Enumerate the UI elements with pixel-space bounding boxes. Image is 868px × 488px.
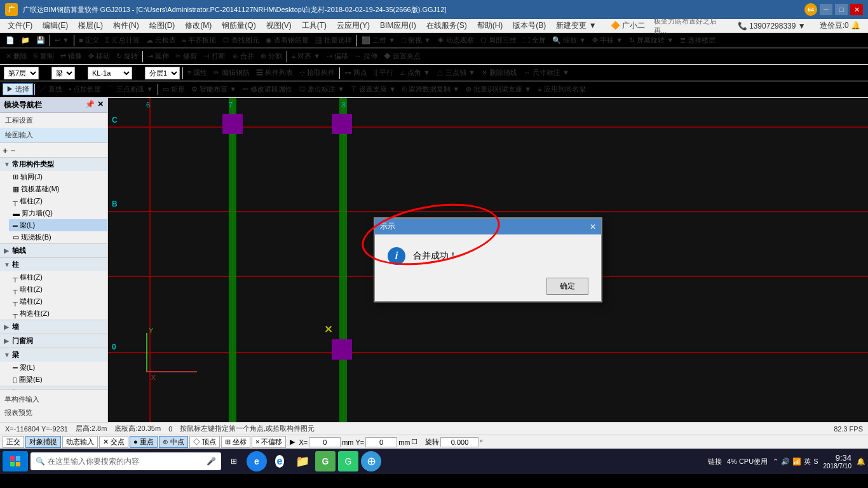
tb-undo[interactable]: ↩ ▼ [51, 36, 72, 45]
menu-edit[interactable]: 编辑(E) [37, 19, 73, 32]
name-select[interactable]: KL-1a [88, 67, 132, 79]
tb-offset[interactable]: ⇢ 偏移 [323, 51, 351, 62]
tree-item-ring-beam[interactable]: ⌷圈梁(E) [9, 374, 107, 386]
tb-open[interactable]: 📁 [18, 36, 33, 45]
y-input[interactable] [365, 437, 397, 447]
bt-snap[interactable]: 对象捕捉 [25, 436, 61, 448]
tb-apply-same[interactable]: ≡ 应用到同名梁 [534, 84, 588, 95]
tb-parallel[interactable]: ∥ 平行 [370, 67, 397, 78]
tb-define[interactable]: ■ 定义 [76, 35, 102, 46]
menu-floor[interactable]: 楼层(L) [73, 19, 108, 32]
menu-file[interactable]: 文件(F) [3, 19, 37, 32]
tree-item-hidden-col[interactable]: ┬暗柱(Z) [9, 283, 107, 295]
tb-local-3d[interactable]: ⬡ 局部三维 [477, 35, 520, 46]
tb-select-layer[interactable]: ≣ 选择楼层 [677, 35, 719, 46]
menu-view[interactable]: 视图(V) [261, 19, 297, 32]
tb-del-aux[interactable]: ✕ 删除辅线 [478, 67, 520, 78]
tree-item-slab[interactable]: ▭现浇板(B) [9, 231, 107, 243]
menu-draw[interactable]: 绘图(D) [144, 19, 180, 32]
taskbar-edge-icon[interactable]: e [247, 451, 267, 471]
taskbar-g-icon[interactable]: G [315, 451, 336, 471]
tb-batch-select[interactable]: ▦ 批量选择 [312, 35, 355, 46]
tb-two-point[interactable]: ⊶ 两点 [341, 67, 370, 78]
dialog-ok-button[interactable]: 确定 [546, 278, 588, 295]
tb-cloud-check[interactable]: ☁ 云检查 [143, 35, 179, 46]
tb-site-mark[interactable]: ◎ 原位标注 ▼ [295, 84, 348, 95]
tb-fullscreen[interactable]: ⛶ 全屏 [520, 35, 549, 46]
tb-delete[interactable]: ✕ 删除 [3, 51, 31, 62]
mic-icon[interactable]: 🎤 [207, 457, 216, 466]
menu-price[interactable]: 造价豆:0 🔔 [815, 19, 865, 32]
tb-rotate[interactable]: ↻ 旋转 [113, 51, 141, 62]
tb-set-grip[interactable]: ◆ 设置夹点 [381, 51, 424, 62]
dialog-close-icon[interactable]: ✕ [590, 222, 596, 231]
tb-modify-beam-seg[interactable]: ✏ 修改梁段属性 [240, 84, 295, 95]
tb-split[interactable]: ⊗ 分割 [257, 51, 285, 62]
tb-2d[interactable]: ⬛ 二维 ▼ [358, 35, 398, 46]
bt-coord[interactable]: ⊞ 坐标 [221, 436, 250, 448]
rotate-input[interactable] [440, 437, 478, 447]
tb-rect[interactable]: ▭ 矩形 [159, 84, 188, 95]
canvas-area[interactable]: C B 0 6 7 8 X Y ✕ [108, 98, 868, 422]
tb-flatten[interactable]: ≡ 平齐板顶 [179, 35, 219, 46]
tb-three-arc[interactable]: ⌒ 三点画弧 ▼ [104, 84, 156, 95]
tree-group-common[interactable]: ▼ 常用构件类型 [0, 157, 107, 171]
tree-item-axis[interactable]: ⊞轴网(J) [9, 171, 107, 183]
menu-guangxiao[interactable]: 🔶 广小二 [606, 19, 650, 32]
tb-set-support[interactable]: ⊤ 设置支座 ▼ [348, 84, 399, 95]
sidebar-draw-input[interactable]: 绘图输入 [0, 128, 107, 142]
tb-line[interactable]: ╱ 直线 [36, 84, 65, 95]
tb-smart-place[interactable]: ⚙ 智能布置 ▼ [188, 84, 240, 95]
tb-batch-identify[interactable]: ⊛ 批量识别梁支座 ▼ [463, 84, 534, 95]
menu-help[interactable]: 帮助(H) [472, 19, 508, 32]
tb-align[interactable]: ≡ 对齐 ▼ [288, 51, 323, 62]
tb-save[interactable]: 💾 [33, 36, 48, 45]
menu-cloud[interactable]: 云应用(Y) [332, 19, 375, 32]
bt-ortho[interactable]: 正交 [3, 436, 24, 448]
taskbar-folder-icon[interactable]: 📁 [292, 451, 313, 471]
taskbar-notification-icon[interactable]: 🔔 [857, 458, 865, 466]
menu-phone[interactable]: 📞 13907298339 ▼ [733, 20, 811, 32]
tb-select-mode[interactable]: ▶ 选择 [3, 83, 33, 95]
tb-copy-span[interactable]: ⎘ 梁跨数据复制 ▼ [399, 84, 463, 95]
tb-point-length[interactable]: • 点加长度 [65, 84, 104, 95]
bt-intersect[interactable]: ✕ 交点 [99, 436, 128, 448]
start-button[interactable] [3, 451, 28, 471]
minimize-button[interactable]: ─ [820, 4, 832, 15]
maximize-button[interactable]: □ [835, 4, 848, 15]
tb-dim[interactable]: ↔ 尺寸标注 ▼ [520, 67, 573, 78]
type-select[interactable]: 梁 [51, 67, 75, 79]
single-comp-btn[interactable]: 单构件输入 [3, 393, 105, 406]
sidebar-minus-icon[interactable]: − [10, 146, 15, 156]
bt-vertex[interactable]: ◇ 顶点 [189, 436, 220, 448]
tree-item-frame-col2[interactable]: ┬框柱(Z) [9, 271, 107, 283]
tree-item-struct-col[interactable]: ┬构造柱(Z) [9, 308, 107, 320]
x-input[interactable] [309, 437, 341, 447]
tb-three-axis[interactable]: △ 三点轴 ▼ [433, 67, 478, 78]
report-preview-btn[interactable]: 报表预览 [3, 406, 105, 419]
tb-copy[interactable]: ⎘ 复制 [31, 51, 57, 62]
menu-component[interactable]: 构件(N) [108, 19, 144, 32]
bt-dynamic[interactable]: 动态输入 [62, 436, 98, 448]
tb-property[interactable]: ≡ 属性 [184, 67, 210, 78]
tb-stretch[interactable]: ↔ 拉伸 [351, 51, 381, 62]
tb-find-unit[interactable]: ◎ 查找图元 [219, 35, 262, 46]
tb-edit-rebar[interactable]: ✏ 编辑钢筋 [210, 67, 252, 78]
tb-merge[interactable]: ⊕ 合并 [229, 51, 257, 62]
tree-item-frame-col[interactable]: ┬框柱(Z) [9, 195, 107, 207]
tb-new[interactable]: 📄 [3, 36, 18, 45]
menu-rebar-qty[interactable]: 钢筋量(Q) [217, 19, 261, 32]
bt-no-offset[interactable]: × 不偏移 [252, 436, 286, 448]
tree-item-beam2[interactable]: ═梁(L) [9, 362, 107, 374]
sublayer-select[interactable]: 分层1 [145, 67, 180, 79]
tb-sum[interactable]: Σ 汇总计算 [102, 35, 143, 46]
sidebar-pin-icon[interactable]: 📌 [85, 100, 95, 111]
tree-item-raft[interactable]: ▦筏板基础(M) [9, 183, 107, 195]
tree-item-shear-wall[interactable]: ▬剪力墙(Q) [9, 207, 107, 219]
taskbar-green-icon[interactable]: G [338, 451, 358, 471]
sidebar-close-icon[interactable]: ✕ [97, 100, 104, 111]
menu-bim[interactable]: BIM应用(I) [375, 19, 421, 32]
menu-online[interactable]: 在线服务(S) [421, 19, 472, 32]
tree-group-wall[interactable]: ▶ 墙 [0, 320, 107, 334]
tb-move[interactable]: ✥ 移动 [85, 51, 113, 62]
